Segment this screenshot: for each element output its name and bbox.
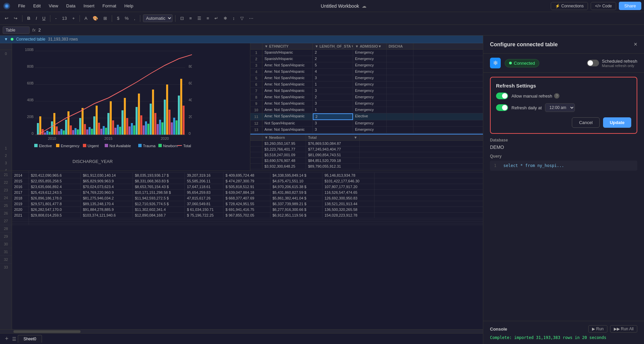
cancel-button[interactable]: Cancel xyxy=(572,117,599,128)
svg-rect-44 xyxy=(93,116,95,135)
connections-button[interactable]: ⚡ Connections xyxy=(551,2,588,10)
svg-rect-55 xyxy=(119,127,121,135)
svg-rect-64 xyxy=(140,115,142,135)
svg-rect-27 xyxy=(53,113,55,135)
menu-file[interactable]: File xyxy=(15,2,29,10)
right-panel: Configure connected table × ❄ Connected … xyxy=(483,36,644,344)
font-increase-button[interactable]: + xyxy=(70,15,77,22)
update-button[interactable]: Update xyxy=(603,117,631,128)
svg-rect-61 xyxy=(133,125,135,135)
underline-button[interactable]: U xyxy=(40,15,47,22)
filter-button[interactable]: ▽ xyxy=(238,15,246,22)
table-row: 13 Ame: Not Span/Hispanic 3 Emergency xyxy=(250,127,483,133)
code-button[interactable]: </> Code xyxy=(591,2,616,10)
svg-rect-46 xyxy=(98,123,100,135)
scheduled-refresh-title: Scheduled refresh xyxy=(602,59,637,64)
menu-format[interactable]: Format xyxy=(99,2,119,10)
filter-icon-eth: ▼ xyxy=(264,44,268,48)
more-options-button[interactable]: ⋯ xyxy=(247,15,255,22)
svg-rect-35 xyxy=(72,130,74,135)
table-row: 2018 $26,896,186,178.0 $81,275,946,034.2… xyxy=(12,195,483,201)
svg-rect-75 xyxy=(166,84,168,135)
add-sheet-button[interactable]: + xyxy=(3,335,11,343)
menu-bar: File Edit View Data Insert Format Help U… xyxy=(0,0,644,12)
database-section: Database DEMO xyxy=(483,138,644,154)
border-button[interactable]: ⊞ xyxy=(101,15,109,22)
text-color-button[interactable]: A xyxy=(83,15,90,22)
allow-manual-toggle[interactable] xyxy=(496,93,508,99)
table-row xyxy=(12,223,483,225)
svg-rect-26 xyxy=(51,121,53,135)
banner-rows: 31,193,383 rows xyxy=(48,37,78,42)
wrap-button[interactable]: ↵ xyxy=(212,15,220,22)
horizontal-scrollbar[interactable] xyxy=(0,329,483,333)
share-button[interactable]: Share xyxy=(619,2,641,10)
currency-button[interactable]: $ xyxy=(115,15,121,22)
sheet-menu-button[interactable]: ☰ xyxy=(12,336,16,342)
bold-button[interactable]: B xyxy=(25,15,32,22)
row-n-23: 23 xyxy=(0,186,12,194)
svg-rect-24 xyxy=(46,131,48,135)
formula-input[interactable] xyxy=(38,27,641,33)
refresh-daily-toggle[interactable] xyxy=(496,104,508,111)
run-all-button[interactable]: ▶▶ Run All xyxy=(610,325,637,333)
undo-button[interactable]: ↩ xyxy=(3,15,10,22)
svg-rect-60 xyxy=(131,123,133,135)
help-icon[interactable]: ? xyxy=(554,93,559,99)
filter-icon-adm: ▼ xyxy=(355,44,359,48)
svg-text:100B: 100B xyxy=(25,48,34,52)
comma-button[interactable]: , xyxy=(132,15,137,22)
table-row: 2016 $23,635,666,892.4 $70,024,073,623.4… xyxy=(12,184,483,190)
svg-rect-33 xyxy=(67,111,69,135)
svg-text:Elective: Elective xyxy=(39,144,52,148)
panel-header: Configure connected table × xyxy=(483,36,644,54)
freeze-button[interactable]: ❄ xyxy=(221,15,229,22)
svg-text:80B: 80B xyxy=(189,64,192,68)
scheduled-refresh-toggle[interactable] xyxy=(587,60,599,66)
menu-help[interactable]: Help xyxy=(121,2,137,10)
run-button[interactable]: ▶ Run xyxy=(588,325,607,333)
align-center-button[interactable]: ☰ xyxy=(195,15,203,22)
connected-banner: ▼ Connected table 31,193,383 rows xyxy=(0,36,483,43)
close-panel-button[interactable]: × xyxy=(634,41,637,48)
align-left-button[interactable]: ≡ xyxy=(187,15,194,22)
format-select[interactable]: Automatic xyxy=(143,14,172,22)
table-row: 2021 $29,808,014,259.5 $103,374,121,940.… xyxy=(12,213,483,218)
svg-rect-70 xyxy=(154,113,156,135)
svg-rect-28 xyxy=(56,126,58,135)
scrollbar-thumb[interactable] xyxy=(13,330,81,333)
svg-rect-50 xyxy=(107,113,109,135)
table-row: 2015 $22,055,855,258.5 $65,829,909,963.9… xyxy=(12,178,483,184)
fill-color-button[interactable]: 🎨 xyxy=(91,15,100,22)
svg-rect-45 xyxy=(96,106,98,135)
summary-col-headers: ▼ Newborn Total ▼ xyxy=(250,134,483,141)
menu-edit[interactable]: Edit xyxy=(30,2,44,10)
scheduled-refresh-subtitle: Manual refresh only xyxy=(602,64,637,68)
menu-data[interactable]: Data xyxy=(63,2,79,10)
menu-insert[interactable]: Insert xyxy=(80,2,98,10)
cell-reference[interactable] xyxy=(3,26,30,34)
refresh-time-select[interactable]: 12:00 am 1:00 am 6:00 am 12:00 pm xyxy=(545,103,575,112)
svg-text:Not Available: Not Available xyxy=(109,144,131,148)
app-logo xyxy=(3,2,11,10)
percent-button[interactable]: % xyxy=(123,15,131,22)
svg-rect-79 xyxy=(176,120,178,135)
redo-button[interactable]: ↪ xyxy=(12,15,19,22)
font-decrease-button[interactable]: - xyxy=(53,15,58,22)
summary-row: $3,260,050,167.95 $76,869,530,084.87 xyxy=(250,141,483,147)
row-n-7: 7 xyxy=(250,88,262,94)
menu-view[interactable]: View xyxy=(45,2,61,10)
console-output: Complete: imported 31,193,383 rows in 20… xyxy=(490,335,637,340)
merge-button[interactable]: ⊡ xyxy=(178,15,186,22)
svg-text:2015: 2015 xyxy=(104,136,112,140)
sheet-tab-sheet0[interactable]: Sheet0 xyxy=(18,335,42,343)
svg-text:Total: Total xyxy=(183,144,191,148)
align-right-button[interactable]: ≡ xyxy=(205,15,211,22)
italic-button[interactable]: I xyxy=(34,15,39,22)
table-row: 2019 $29,571,801,477.8 $89,135,248,170.4… xyxy=(12,201,483,207)
svg-text:40B: 40B xyxy=(27,98,34,102)
chart-title: DISCHARGE_YEAR xyxy=(72,159,113,164)
query-label: Query xyxy=(490,154,637,159)
svg-rect-71 xyxy=(157,124,159,135)
sort-button[interactable]: ↕ xyxy=(231,15,237,22)
